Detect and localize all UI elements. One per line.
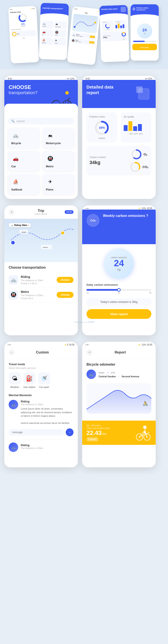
bar-4 — [138, 124, 142, 131]
time-badge: 10:35 — [65, 210, 73, 214]
report-battery-icon: ⚡ — [138, 344, 141, 346]
choose-battery: ▪▪▪ — [67, 78, 69, 80]
custom-back-btn[interactable]: ‹ — [9, 350, 15, 356]
trip-dist-unit: km — [103, 432, 107, 436]
svg-text:street: street — [22, 231, 26, 233]
trip-title-bar: Trip Lorem ipsum — [17, 209, 65, 215]
trip-dist-row: 22.43 km — [86, 430, 110, 436]
pollution-sub: carbon — [90, 137, 114, 140]
mockup-carbon: CO₂ Weekly carbon emissions? 24 kg View … — [131, 4, 159, 60]
car-wash-label: Car wash — [39, 386, 49, 388]
mockup-map-svg — [72, 14, 98, 33]
mockup-choose: CHOOSE transportation? 🚲 Bicycle 🏍 Motor… — [39, 3, 69, 60]
transport-sailboat[interactable]: ⛵ Sailboat — [8, 174, 40, 194]
svg-point-18 — [61, 231, 64, 235]
mode-gas-station[interactable]: ⛽ Gas station — [23, 372, 35, 388]
riding-opt-detail1: The distance is 15km — [21, 279, 54, 282]
send-button[interactable]: › — [66, 428, 73, 436]
moment-avatar-1: 🚲 — [9, 400, 18, 409]
view-report-button[interactable]: View report — [86, 309, 151, 319]
mode-weather[interactable]: 🌤 Weather — [9, 372, 21, 388]
mockup-carbon-header: CO₂ Weekly carbon emissions? — [131, 4, 159, 17]
progress-indicator — [117, 288, 121, 292]
transport-bicycle[interactable]: 🚲 Bicycle — [8, 128, 40, 148]
choose-header: CHOOSE transportation? — [4, 80, 78, 114]
message-input[interactable] — [9, 429, 64, 436]
custom-status-left: ▪ ▪▪ — [8, 344, 10, 346]
weather-label: Weather — [10, 386, 19, 388]
aq-label-2: 52% — [134, 133, 138, 135]
transport-plane[interactable]: ✈ Plane — [42, 174, 74, 194]
tick-30: 30 — [118, 292, 120, 294]
moment-icon-1: 🚲 — [11, 402, 16, 407]
route-avatar-icon: 🚲 — [89, 372, 94, 377]
carbon-content-label: Carbon content — [90, 156, 127, 158]
metro-choose-btn[interactable]: choose — [57, 292, 73, 298]
report-back-btn[interactable]: < — [86, 350, 93, 356]
riding-option[interactable]: 🚲 Riding The distance is 15km It took 1 … — [9, 272, 73, 288]
report-decoration — [134, 84, 151, 102]
travel-mode-sub: Select third party services — [9, 367, 73, 369]
metro-option[interactable]: 🚇 Metro The distance is 25km It took 46 … — [9, 288, 73, 302]
custom-battery: ⚡3 — [64, 344, 68, 346]
o2-pie-svg — [131, 149, 142, 160]
riding-opt-icon: 🚲 — [9, 275, 18, 285]
report-header: Detailed data report — [82, 80, 156, 108]
riding-bottom-avatar: 🚲 — [9, 442, 18, 452]
carbon-battery-icon: ⚡ — [138, 207, 141, 210]
gas-station-icon: ⛽ — [26, 375, 33, 382]
custom-title: Custom — [17, 350, 67, 354]
transport-metro[interactable]: 🚇 Metro — [42, 151, 74, 172]
gas-station-icon-box: ⛽ — [23, 372, 35, 384]
bicycle-odo-title: Bicycle odometer — [86, 362, 151, 366]
carbon-right: O₂ CO₂ — [130, 149, 148, 172]
back-button[interactable]: < — [9, 209, 15, 215]
transport-car[interactable]: 🚗 Car — [8, 151, 40, 172]
riding-choose-btn[interactable]: choose — [57, 277, 73, 283]
mockup-pollution-title: Pollution index — [10, 10, 35, 13]
transport-motorcycle[interactable]: 🏍 Motorcycle — [42, 128, 74, 148]
choose-status-right: ▪▪▪ 11% — [67, 78, 74, 80]
sailboat-label: Sailboat — [11, 188, 22, 191]
car-wash-icon: 🚿 — [41, 375, 48, 382]
metro-opt-detail1: The distance is 25km — [21, 294, 54, 296]
mockup-o2-label: O₂ — [17, 33, 19, 35]
tick-20: 20 — [86, 292, 89, 294]
emission-value: 24 — [114, 259, 124, 268]
mockup-emission-value: 24 — [142, 28, 147, 32]
custom-body: Travel mode Select third party services … — [4, 359, 78, 440]
route-arrow: → — [106, 371, 109, 374]
report-phone: ▪ ▪▪ ⚡ 11% 10:35 < Report Bicycle odomet… — [82, 342, 156, 467]
elevation-graph: 🚴 — [86, 383, 151, 414]
search-bar[interactable]: 🔍 search — [8, 118, 74, 124]
bar-2 — [128, 121, 132, 131]
mode-car-wash[interactable]: 🚿 Car wash — [38, 372, 50, 388]
mockup-map — [72, 14, 98, 33]
pollution-value: 39% — [99, 126, 105, 130]
mockup-item-bicycle: 🚲 Bicycle — [41, 21, 54, 28]
metro-label: Metro — [46, 165, 53, 168]
progress-container: 20 30 40 — [86, 289, 151, 294]
progress-ticks: 20 30 40 — [86, 292, 151, 294]
riding-icon: 🚲 — [11, 224, 13, 226]
report-title: Detailed data report — [86, 84, 121, 96]
metro-opt-name: Metro — [21, 290, 54, 294]
emission-circle: carbon emission 24 kg — [104, 248, 134, 279]
trip-header: < Trip Lorem ipsum 10:35 — [4, 206, 78, 219]
plane-label: Plane — [46, 188, 53, 191]
car-label: Car — [11, 165, 16, 168]
riding-arrow: › — [28, 224, 28, 226]
mode-grid: 🌤 Weather ⛽ Gas station 🚿 Car wash — [9, 372, 73, 388]
weather-icon-box: 🌤 — [9, 372, 21, 384]
mockup-metrics-row: Pollution carbon Air quality — [102, 20, 127, 31]
metrics-row: Pollution index 39% carbon Air quality — [86, 112, 151, 142]
biker-illustration — [134, 424, 151, 442]
route-begin-row: begin → end — [99, 371, 151, 374]
report-battery: ▪▪▪ 11% — [145, 78, 152, 80]
route-end-place: Second Avenue — [122, 375, 139, 378]
report-footer: trip（kilometre） Clean and healthy travel… — [82, 420, 156, 445]
carbon-body: carbon emission 24 kg Daily carbon emiss… — [82, 244, 156, 323]
motorcycle-label: Motorcycle — [46, 142, 61, 145]
report-phone-title: Report — [95, 350, 145, 354]
riding-bottom-icon: 🚲 — [11, 445, 16, 450]
